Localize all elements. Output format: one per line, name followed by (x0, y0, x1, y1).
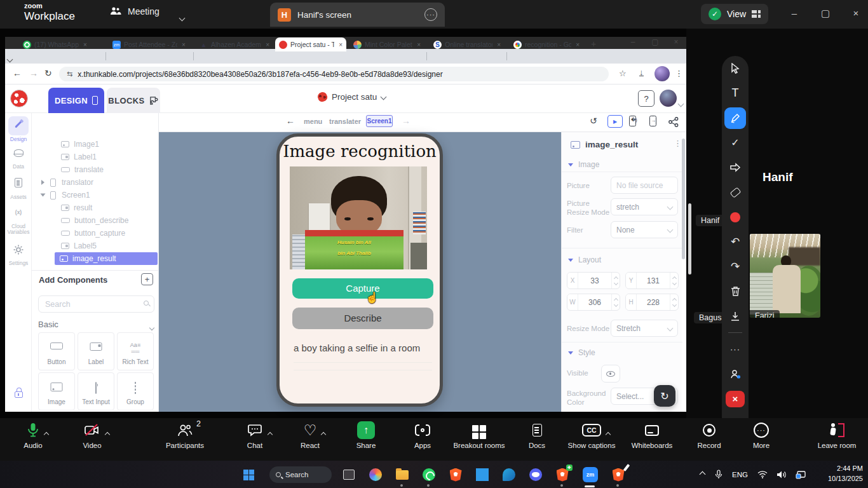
arrow-stamp-tool[interactable] (722, 155, 749, 180)
reload-icon[interactable]: ↻ (44, 68, 52, 78)
vscode-button[interactable] (474, 466, 491, 483)
copilot-button[interactable] (367, 466, 384, 483)
download-to-device-icon[interactable] (649, 116, 656, 129)
tab-search-chevron-icon[interactable] (8, 53, 12, 64)
discord-button[interactable] (527, 466, 544, 483)
share-button[interactable]: ↑ Share (337, 422, 395, 449)
audio-options-chevron[interactable] (44, 428, 48, 439)
leave-room-button[interactable]: Leave room (808, 422, 865, 449)
tray-clock[interactable]: 2:44 PM 10/13/2025 (828, 464, 863, 484)
captured-photo[interactable]: Husain bin Ali bin Abi Thalib (290, 166, 427, 269)
save-annotation-button[interactable] (722, 304, 749, 329)
tab-design[interactable]: DESIGN (48, 88, 104, 113)
color-picker-red[interactable] (722, 205, 749, 229)
resize-mode-dropdown[interactable]: Stretch (611, 320, 678, 337)
tab-close-icon[interactable]: × (83, 41, 87, 48)
chat-options-chevron[interactable] (268, 428, 272, 439)
captions-options-chevron[interactable] (606, 428, 610, 439)
capture-button[interactable]: Capture (292, 278, 433, 299)
rail-item-settings[interactable] (5, 245, 32, 256)
help-button[interactable]: ? (638, 90, 654, 107)
more-tools-button[interactable]: ··· (722, 337, 749, 362)
record-button[interactable]: Record (681, 422, 738, 449)
account-avatar[interactable] (660, 90, 677, 107)
design-canvas[interactable]: Image recognition Husain bin Ali bin Abi… (159, 132, 561, 412)
chat-button[interactable]: Chat (226, 422, 283, 449)
select-cursor-tool[interactable] (722, 56, 749, 81)
browser-minimize-button[interactable]: – (625, 37, 641, 46)
result-text-label[interactable]: a boy taking a selfie in a room (294, 342, 420, 353)
tree-item-translate[interactable]: translate (61, 163, 104, 176)
browser-tab-post-attendee[interactable]: zm Post Attendee - Zoo × (109, 37, 191, 51)
show-captions-button[interactable]: CC Show captions (557, 422, 627, 449)
tab-close-icon[interactable]: × (182, 41, 186, 48)
brave-button[interactable] (447, 466, 464, 483)
redo-button[interactable]: ↷ (722, 254, 749, 279)
component-options-icon[interactable]: ⋮ (674, 139, 682, 148)
live-preview-reload-button[interactable]: ↻ (654, 385, 675, 407)
tree-item-button-describe[interactable]: button_describe (61, 214, 128, 227)
phone-preview[interactable]: Image recognition Husain bin Ali bin Abi… (276, 133, 443, 407)
account-chevron-icon[interactable] (679, 97, 683, 109)
tray-volume[interactable] (776, 461, 787, 488)
browser-tab-recognition[interactable]: recognition - Googl × (510, 37, 583, 51)
section-style[interactable]: Style (568, 348, 595, 357)
add-component-button[interactable]: + (141, 273, 153, 285)
picture-file-input[interactable] (616, 181, 672, 190)
eraser-tool[interactable] (722, 180, 749, 205)
downloads-icon[interactable]: ↓ (639, 69, 644, 76)
filter-dropdown[interactable]: None (611, 221, 678, 238)
brave-profile2-button[interactable]: ✚ (554, 466, 571, 483)
app-title-label[interactable]: Image recognition (280, 142, 440, 161)
tray-language[interactable]: ENG (732, 461, 748, 488)
section-image[interactable]: Image (568, 160, 599, 169)
tab-close-icon[interactable]: × (417, 41, 421, 48)
close-annotation-button[interactable]: × (722, 386, 749, 411)
video-options-chevron[interactable] (105, 428, 109, 439)
lock-icon[interactable] (5, 391, 32, 399)
window-restore-button[interactable]: ▢ (816, 8, 835, 19)
tree-item-button-capture[interactable]: button_capture (61, 227, 125, 240)
tray-wifi[interactable] (757, 461, 768, 488)
chrome-profile-avatar[interactable] (654, 66, 670, 81)
section-layout[interactable]: Layout (568, 255, 601, 264)
width-stepper[interactable]: W306 (567, 294, 620, 311)
breadcrumb-menu[interactable]: menu (304, 118, 322, 125)
picture-input[interactable] (611, 177, 678, 194)
tray-cast[interactable] (796, 461, 806, 488)
chrome-menu-icon[interactable]: ⋮ (675, 69, 683, 78)
view-button[interactable]: ✓ View (701, 4, 768, 24)
tab-close-icon[interactable]: × (497, 41, 501, 48)
collapse-arrow-icon[interactable] (41, 194, 46, 197)
cloud-variables-icon[interactable]: (x) (5, 209, 32, 215)
rail-item-assets[interactable] (5, 178, 32, 189)
bookmark-star-icon[interactable]: ☆ (619, 69, 627, 78)
tab-meeting[interactable]: Meeting (109, 6, 159, 17)
project-selector[interactable]: Project satu (318, 92, 386, 102)
browser-tab-thunkable-active[interactable]: Project satu - Thunka × (275, 37, 346, 51)
phone-preview-icon[interactable] (629, 116, 636, 129)
tree-item-translator[interactable]: translator (41, 176, 93, 189)
apps-button[interactable]: Apps (394, 422, 451, 449)
participant-video-tile[interactable]: Farizi (750, 234, 820, 318)
x-position-stepper[interactable]: X33 (567, 272, 620, 289)
tab-close-icon[interactable]: × (339, 41, 342, 48)
new-tab-button[interactable]: + (591, 39, 596, 49)
component-card-image[interactable]: Image (38, 372, 75, 410)
y-position-stepper[interactable]: Y131 (625, 272, 679, 289)
tree-item-image1[interactable]: Image1 (61, 138, 99, 151)
whatsapp-button[interactable] (421, 466, 437, 483)
browser-maximize-button[interactable]: ▢ (647, 37, 663, 46)
file-explorer-button[interactable] (394, 466, 410, 483)
component-card-label[interactable]: Label (78, 332, 114, 370)
browser-tab-mint-palettes[interactable]: Mint Color Palettes × (349, 37, 424, 51)
tree-item-result[interactable]: result (61, 201, 92, 214)
text-tool[interactable]: T (722, 81, 749, 105)
component-search-input[interactable] (38, 295, 154, 313)
forward-icon[interactable]: → (29, 68, 38, 78)
thunderbird-button[interactable] (501, 466, 517, 483)
back-icon[interactable]: ← (13, 68, 22, 78)
breakout-rooms-button[interactable]: Breakout rooms (444, 422, 514, 449)
share-project-icon[interactable] (668, 117, 679, 127)
annotator-visibility-button[interactable] (722, 362, 749, 386)
